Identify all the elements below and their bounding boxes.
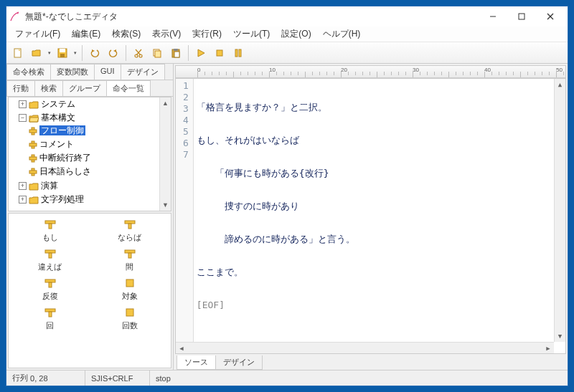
minimize-button[interactable] [479,6,507,27]
tab-cmd-list[interactable]: 命令一覧 [106,80,151,96]
open-button[interactable] [28,44,45,62]
tree-item-system[interactable]: +システム [19,97,171,111]
tab-design-left[interactable]: デザイン [121,64,165,80]
scroll-left-icon[interactable]: ◀ [176,343,187,353]
toolbar-sep-3 [188,45,189,61]
line-number-gutter: 1 2 3 4 5 6 7 [176,79,194,353]
code-line: 捜すのに時があり [197,201,355,212]
palette-item-hanpuku[interactable]: 反復 [11,278,88,302]
editor-ruler: 0 10 20 30 40 50 [175,65,566,78]
cut-button[interactable] [130,44,147,62]
line-number: 1 [183,80,189,92]
tree-item-flow-control[interactable]: フロー制御 [29,124,171,138]
stop-button[interactable] [211,44,228,62]
scroll-down-icon[interactable]: ▼ [160,199,171,211]
save-button[interactable] [54,44,71,62]
palette-label: 回 [46,320,54,331]
scrollbar-track[interactable] [187,343,542,353]
palette-item-kaisuu[interactable]: 回数 [91,307,168,331]
new-file-button[interactable] [9,44,27,62]
svg-rect-1 [519,14,524,19]
square-block-icon [125,278,135,288]
tree-item-string[interactable]: +文字列処理 [19,193,171,206]
code-editor[interactable]: 1 2 3 4 5 6 7 「格言を見ますか？」と二択。 もし、それがはいならば… [175,78,566,354]
status-encoding: SJIS+CRLF [85,371,150,386]
collapse-icon[interactable]: − [19,114,27,122]
svg-rect-38 [126,279,133,287]
palette-item-chigaeba[interactable]: 違えば [11,249,88,272]
palette-item-moshi[interactable]: もし [11,219,88,243]
tab-group[interactable]: グループ [62,80,107,96]
maximize-button[interactable] [507,6,536,27]
palette-item-naraba[interactable]: ならば [91,219,168,243]
code-line: もし、それがはいならば [197,135,355,146]
editor-hscrollbar[interactable]: ◀ ▶ [176,342,554,353]
app-icon [9,11,21,22]
paste-button[interactable] [167,44,184,62]
code-content[interactable]: 「格言を見ますか？」と二択。 もし、それがはいならば 「何事にも時がある{改行}… [194,79,358,353]
plus-yellow-icon [29,127,37,135]
tree-label: 日本語らしさ [39,166,91,176]
menu-run[interactable]: 実行(R) [187,27,227,42]
plus-yellow-icon [29,154,37,163]
scroll-up-icon[interactable]: ▲ [160,97,171,109]
save-dropdown-caret[interactable]: ▾ [72,44,78,62]
tab-gui[interactable]: GUI [94,64,121,80]
menu-search[interactable]: 検索(S) [106,27,146,42]
tree-item-operation[interactable]: +演算 [19,179,171,193]
tree-item-comment[interactable]: コメント [29,138,171,151]
tab-source[interactable]: ソース [177,355,216,370]
tab-design-bottom[interactable]: デザイン [215,355,263,370]
tab-action[interactable]: 行動 [6,80,35,96]
line-number: 7 [183,149,189,161]
app-window: 無題*-なでしこエディタ ファイル(F) 編集(E) 検索(S) 表示(V) 実… [6,6,568,386]
tree-item-japanese[interactable]: 日本語らしさ [29,165,171,178]
svg-rect-13 [155,51,161,57]
code-line: ここまで。 [197,267,355,278]
scroll-up-icon[interactable]: ▲ [555,79,565,90]
tree-item-basic-syntax[interactable]: −基本構文 フロー制御 コメント 中断続行終了 日本語らしさ [19,111,171,179]
svg-rect-28 [45,221,55,224]
expand-icon[interactable]: + [19,196,27,204]
svg-rect-17 [217,50,222,56]
palette-item-taishou[interactable]: 対象 [91,278,168,302]
menu-file[interactable]: ファイル(F) [9,27,66,42]
menu-view[interactable]: 表示(V) [146,27,187,42]
tree-label: 文字列処理 [41,194,84,204]
expand-icon[interactable]: + [19,100,27,108]
square-block-icon [125,307,135,317]
code-line: 「格言を見ますか？」と二択。 [197,102,355,113]
pause-button[interactable] [230,44,247,62]
palette-label: もし [42,232,58,243]
left-tabs-lower: 行動 検索 グループ 命令一覧 [6,80,173,97]
tree-scrollbar[interactable]: ▲ ▼ [159,97,171,211]
ruler-tick: 50 [556,67,563,73]
palette-label: 対象 [122,291,138,302]
close-button[interactable] [536,6,565,27]
expand-icon[interactable]: + [19,182,27,190]
palette-item-aida[interactable]: 間 [91,249,168,272]
tab-cmd-search[interactable]: 命令検索 [6,64,51,80]
open-dropdown-caret[interactable]: ▾ [47,44,52,62]
command-tree[interactable]: +システム −基本構文 フロー制御 コメント 中断続行終了 日本語らしさ +演算… [8,97,171,211]
palette-item-kai[interactable]: 回 [11,307,88,331]
redo-button[interactable] [105,44,122,62]
menu-tools[interactable]: ツール(T) [227,27,276,42]
run-button[interactable] [192,44,210,62]
main-area: 命令検索 変数関数 GUI デザイン 行動 検索 グループ 命令一覧 +システム… [6,64,568,370]
status-run-state: stop [150,371,177,386]
code-line: [EOF] [197,300,355,311]
copy-button[interactable] [149,44,166,62]
undo-button[interactable] [86,44,103,62]
scroll-down-icon[interactable]: ▼ [555,330,565,342]
tree-item-abort-continue[interactable]: 中断続行終了 [29,151,171,165]
tab-search[interactable]: 検索 [34,80,63,96]
tab-var-func[interactable]: 変数関数 [50,64,95,80]
menu-help[interactable]: ヘルプ(H) [317,27,367,42]
menu-settings[interactable]: 設定(O) [276,27,316,42]
toolbar-sep-1 [82,45,83,61]
menu-edit[interactable]: 編集(E) [66,27,106,42]
editor-vscrollbar[interactable]: ▲ ▼ [554,79,565,342]
scroll-right-icon[interactable]: ▶ [542,343,554,353]
line-number: 2 [183,92,189,103]
